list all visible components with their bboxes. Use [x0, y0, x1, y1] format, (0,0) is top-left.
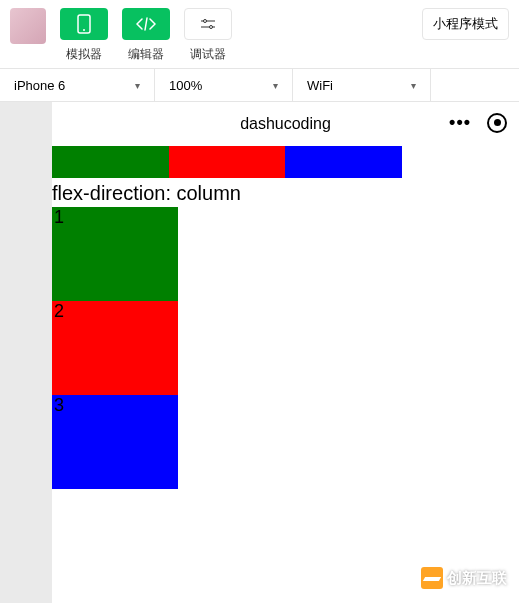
- watermark-text: 创新互联: [447, 569, 507, 588]
- editor-tool: 编辑器: [122, 8, 170, 63]
- chevron-down-icon: ▾: [273, 80, 278, 91]
- device-selector[interactable]: iPhone 6 ▾: [0, 69, 155, 101]
- main-area: dashucoding ••• flex-direction: column 1…: [0, 102, 519, 603]
- col-box-3: 3: [52, 395, 178, 489]
- close-target-icon[interactable]: [487, 113, 507, 133]
- row-box-blue: [285, 146, 402, 178]
- editor-button[interactable]: [122, 8, 170, 40]
- page-title: dashucoding: [240, 115, 331, 133]
- gutter: [0, 102, 52, 603]
- chevron-down-icon: ▾: [411, 80, 416, 91]
- more-icon[interactable]: •••: [449, 112, 471, 133]
- selector-bar: iPhone 6 ▾ 100% ▾ WiFi ▾: [0, 68, 519, 102]
- simulator-button[interactable]: [60, 8, 108, 40]
- zoom-value: 100%: [169, 78, 202, 93]
- network-selector[interactable]: WiFi ▾: [293, 69, 431, 101]
- row-box-green: [52, 146, 169, 178]
- simulator-tool: 模拟器: [60, 8, 108, 63]
- watermark-icon: [421, 567, 443, 589]
- device-value: iPhone 6: [14, 78, 65, 93]
- top-toolbar: 模拟器 编辑器 调试器 小程序模式: [0, 0, 519, 68]
- flex-row-demo: [52, 146, 402, 178]
- debugger-label: 调试器: [190, 46, 226, 63]
- capsule: •••: [449, 112, 507, 133]
- sim-header: dashucoding •••: [52, 102, 519, 146]
- phone-icon: [77, 14, 91, 34]
- svg-point-1: [83, 29, 85, 31]
- simulator-label: 模拟器: [66, 46, 102, 63]
- simulator-viewport: dashucoding ••• flex-direction: column 1…: [52, 102, 519, 603]
- svg-point-3: [210, 26, 213, 29]
- mode-button[interactable]: 小程序模式: [422, 8, 509, 40]
- editor-label: 编辑器: [128, 46, 164, 63]
- row-box-red: [169, 146, 286, 178]
- sliders-icon: [200, 18, 216, 30]
- zoom-selector[interactable]: 100% ▾: [155, 69, 293, 101]
- watermark: 创新互联: [421, 567, 507, 589]
- col-box-1: 1: [52, 207, 178, 301]
- section-label: flex-direction: column: [52, 178, 519, 207]
- chevron-down-icon: ▾: [135, 80, 140, 91]
- debugger-button[interactable]: [184, 8, 232, 40]
- network-value: WiFi: [307, 78, 333, 93]
- flex-column-demo: 1 2 3: [52, 207, 178, 489]
- col-box-2: 2: [52, 301, 178, 395]
- debugger-tool: 调试器: [184, 8, 232, 63]
- code-icon: [136, 17, 156, 31]
- avatar[interactable]: [10, 8, 46, 44]
- svg-point-2: [204, 20, 207, 23]
